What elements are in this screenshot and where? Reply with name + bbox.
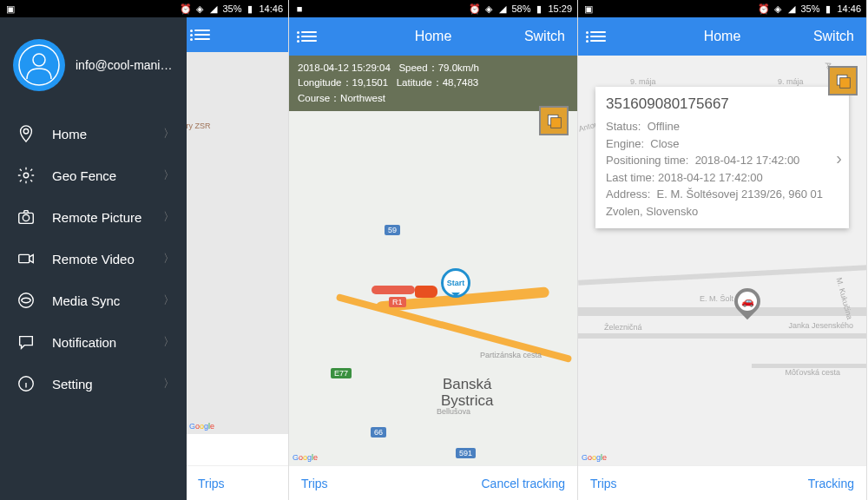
battery-icon: ▮ [245,3,255,14]
menu-icon[interactable] [194,30,210,40]
navigation-drawer: info@cool-mani… Home 〉 Geo Fence 〉 Remot… [0,17,187,500]
location-icon [16,123,36,144]
bg-map[interactable]: Dom kultury ZSR Google [186,52,288,434]
layers-icon [545,112,562,129]
layers-button[interactable] [828,66,858,95]
info-line: Last time: 2018-04-12 17:42:00 [606,169,838,187]
screen-tracking: ■ ⏰ ◈ ◢ 58% ▮ 15:29 Home Switch 59 R1 E7… [289,0,578,500]
car-marker[interactable] [415,286,437,298]
svg-rect-12 [551,118,562,128]
wifi-icon: ◈ [483,3,494,14]
info-line: Address: E. M. Šoltésovej 2139/26, 960 0… [606,186,838,220]
clock: 14:46 [259,3,283,14]
screen-drawer: ▣ ⏰ ◈ ◢ 35% ▮ 14:46 Dom kultury ZSR Goog… [0,0,289,500]
wifi-icon: ◈ [194,3,205,14]
switch-button[interactable]: Switch [524,29,565,44]
menu-label: Geo Fence [52,168,116,183]
chevron-right-icon: 〉 [163,126,174,141]
google-logo: Google [189,422,214,431]
status-bar: ▣ ⏰ ◈ ◢ 35% ▮ 14:46 [578,0,866,17]
gear-icon [16,165,36,186]
clock: 14:46 [837,3,861,14]
screen-info: ▣ ⏰ ◈ ◢ 35% ▮ 14:46 Home Switch 9. mája … [578,0,867,500]
battery-icon: ▮ [534,3,544,14]
sync-icon [16,290,36,311]
chevron-right-icon: 〉 [163,209,174,225]
page-title: Home [704,29,741,44]
video-icon [16,248,36,269]
chevron-right-icon: › [836,148,842,168]
menu-label: Notification [52,335,116,350]
chevron-right-icon: 〉 [163,251,174,266]
clock: 15:29 [548,3,572,14]
menu-button[interactable] [590,31,606,42]
image-icon: ▣ [583,3,594,14]
info-line: Positioning time: 2018-04-12 17:42:00 [606,152,838,169]
sidebar-item-notification[interactable]: Notification 〉 [0,321,187,363]
start-marker[interactable]: Start [441,268,470,298]
road-badge: 591 [456,448,476,458]
tracking-link[interactable]: Tracking [808,477,854,490]
google-logo: Google [582,453,607,462]
google-logo: Google [293,453,318,462]
street-label: Železničná [604,323,642,332]
bg-bottom-bar: Trips [186,465,288,500]
cancel-tracking-link[interactable]: Cancel tracking [482,477,566,490]
trips-link[interactable]: Trips [590,477,617,490]
tracking-info-overlay: 2018-04-12 15:29:04 Speed：79.0km/h Longi… [289,56,577,111]
camera-icon [16,207,36,227]
alarm-icon: ⏰ [759,3,769,14]
alarm-icon: ⏰ [181,3,191,14]
signal-icon: ◢ [497,3,508,14]
sidebar-item-mediasync[interactable]: Media Sync 〉 [0,280,187,321]
chevron-right-icon: 〉 [163,293,174,308]
chevron-right-icon: 〉 [163,376,174,391]
car-icon: 🚗 [738,292,757,311]
city-label: Banská Bystrica [441,377,493,409]
page-title: Home [415,29,452,44]
svg-point-1 [33,54,45,66]
person-icon [18,44,60,86]
menu-label: Media Sync [52,293,120,308]
device-id: 351609080175667 [606,95,838,113]
user-email: info@cool-mani… [76,58,172,72]
street-label: 9. mája [778,77,804,86]
road-badge: 59 [385,225,400,235]
image-icon: ▣ [5,3,16,14]
sidebar-item-home[interactable]: Home 〉 [0,113,187,155]
profile-section[interactable]: info@cool-mani… [0,17,187,113]
map[interactable]: 59 R1 E77 66 591 Partizánska cesta Bellu… [289,56,577,465]
battery-pct: 58% [511,3,530,14]
vehicle-info-card[interactable]: 351609080175667 Status: Offline Engine: … [595,87,849,228]
trips-link[interactable]: Trips [301,477,328,490]
road-badge: E77 [331,368,352,378]
svg-point-0 [19,45,59,85]
svg-point-2 [23,129,29,135]
road-badge: R1 [389,297,406,307]
svg-point-3 [23,173,29,178]
signal-icon: ◢ [208,3,219,14]
menu-label: Remote Picture [52,210,141,225]
sidebar-item-picture[interactable]: Remote Picture 〉 [0,196,187,238]
chevron-right-icon: 〉 [163,168,174,183]
sidebar-item-video[interactable]: Remote Video 〉 [0,238,187,280]
bottom-bar: Trips Cancel tracking [289,465,577,500]
street-label: 9. mája [630,77,656,86]
layers-button[interactable] [539,106,569,135]
svg-point-5 [23,214,29,220]
info-line: Engine: Close [606,135,838,153]
sidebar-item-geofence[interactable]: Geo Fence 〉 [0,155,187,196]
svg-rect-6 [19,254,30,262]
sidebar-item-setting[interactable]: Setting 〉 [0,363,187,405]
switch-button[interactable]: Switch [813,29,854,44]
avatar [13,39,65,91]
background-app: Dom kultury ZSR Google Trips [186,17,288,500]
street-label: Partizánska cesta [480,351,542,359]
menu-label: Setting [52,377,93,391]
menu-button[interactable] [301,31,317,42]
road-badge: 66 [371,427,386,438]
svg-point-7 [19,293,34,308]
menu-label: Home [52,127,87,141]
trips-link[interactable]: Trips [198,477,225,490]
status-bar: ▣ ⏰ ◈ ◢ 35% ▮ 14:46 [0,0,288,17]
